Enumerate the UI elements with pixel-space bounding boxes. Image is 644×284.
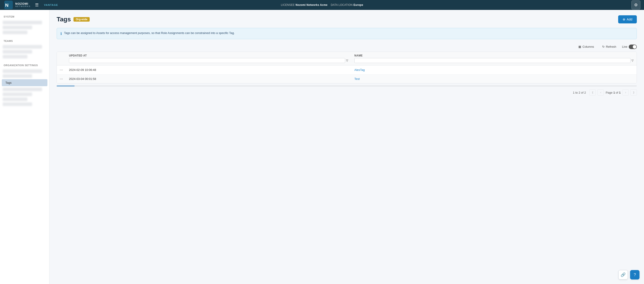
licensee-value: Nozomi Networks Acme	[296, 3, 328, 7]
sidebar-blurred-2	[3, 26, 32, 29]
logo: N	[4, 0, 14, 10]
page-header: Tags Org-wide ⊕ Add	[57, 15, 637, 23]
next-page-button[interactable]: ›	[622, 89, 629, 96]
row-1-name: AlesTag	[351, 65, 636, 74]
columns-button[interactable]: ▦ Columns	[576, 44, 596, 50]
topbar-right: ⚙	[632, 1, 640, 10]
link-icon: 🔗	[621, 272, 626, 277]
sidebar-blurred-11	[3, 97, 28, 101]
columns-icon: ▦	[578, 45, 581, 48]
add-label: Add	[627, 18, 632, 21]
settings-button[interactable]: ⚙	[632, 1, 640, 10]
sidebar-blurred-9	[3, 88, 42, 91]
page-title-area: Tags Org-wide	[57, 16, 90, 23]
info-text: Tags can be assigned to Assets for acces…	[64, 31, 234, 35]
row-2-name: Test	[351, 74, 636, 83]
scroll-thumb[interactable]	[57, 85, 74, 87]
licensee-label: LICENSEE	[281, 3, 295, 7]
dot-5	[61, 79, 62, 79]
main-layout: System Teams Organization settings Tags	[0, 10, 644, 284]
brand-subtitle: NETWORKS	[15, 6, 30, 8]
th-name-label: Name	[354, 54, 634, 57]
refresh-button[interactable]: ↻ Refresh	[600, 44, 618, 50]
topbar-left: N NOZOMI NETWORKS ☰ VANTAGE	[4, 0, 58, 10]
live-label: Live	[622, 45, 627, 48]
scroll-track[interactable]	[57, 85, 637, 87]
sidebar: System Teams Organization settings Tags	[0, 10, 50, 284]
last-page-button[interactable]: ⟫	[630, 89, 637, 96]
refresh-icon: ↻	[602, 45, 605, 48]
sidebar-item-tags-label: Tags	[6, 81, 12, 84]
info-banner: ℹ Tags can be assigned to Assets for acc…	[57, 28, 637, 39]
row-1-updated-at: 2024-02-09 10:06:48	[66, 65, 351, 74]
page-label-text: Page 1 of 1	[606, 91, 621, 94]
help-button[interactable]: ?	[630, 270, 640, 279]
menu-toggle-button[interactable]: ☰	[34, 2, 40, 8]
sidebar-blurred-12	[3, 102, 32, 106]
filter-name-icon[interactable]: ▽	[632, 59, 634, 62]
columns-label: Columns	[582, 45, 594, 48]
row-2-actions[interactable]	[57, 76, 66, 82]
logo-area: N NOZOMI NETWORKS	[4, 0, 30, 10]
sidebar-item-tags[interactable]: Tags	[2, 79, 48, 86]
dot-3	[62, 70, 63, 70]
data-location-value: Europe	[354, 3, 363, 7]
first-page-button[interactable]: ⟪	[590, 89, 596, 96]
add-button[interactable]: ⊕ Add	[618, 15, 637, 23]
row-1-name-link[interactable]: AlesTag	[354, 68, 365, 72]
data-location-label: DATA LOCATION	[331, 3, 352, 7]
org-wide-badge: Org-wide	[74, 17, 90, 22]
row-2-updated-at: 2024-03-04 00:01:58	[66, 74, 351, 83]
dot-1	[60, 70, 60, 70]
topbar-center-info: LICENSEE Nozomi Networks Acme DATA LOCAT…	[281, 3, 363, 7]
pagination: 1 to 2 of 2 ⟪ ‹ Page 1 of 1 › ⟫	[57, 89, 637, 96]
topbar: N NOZOMI NETWORKS ☰ VANTAGE LICENSEE Noz…	[0, 0, 644, 10]
data-table: Updated at ▽ Name ▽	[57, 52, 637, 83]
table-row: 2024-02-09 10:06:48 AlesTag	[57, 65, 636, 74]
live-toggle[interactable]: Live	[622, 45, 637, 49]
floating-buttons: 🔗 ?	[618, 270, 640, 279]
live-toggle-switch[interactable]	[629, 45, 637, 49]
refresh-label: Refresh	[606, 45, 616, 48]
th-actions	[57, 52, 66, 65]
info-icon: ℹ	[60, 32, 62, 36]
sidebar-blurred-5	[3, 50, 32, 54]
filter-updated-at-icon[interactable]: ▽	[346, 59, 348, 62]
sidebar-system-group: System	[0, 14, 49, 34]
main-content: Tags Org-wide ⊕ Add ℹ Tags can be assign…	[50, 10, 644, 284]
prev-page-button[interactable]: ‹	[598, 89, 604, 96]
sidebar-teams-title: Teams	[0, 38, 49, 44]
help-icon: ?	[634, 272, 636, 277]
sidebar-org-title: Organization settings	[0, 62, 49, 68]
sidebar-teams-group: Teams	[0, 38, 49, 59]
svg-text:N: N	[5, 3, 8, 8]
table-toolbar: ▦ Columns ↻ Refresh Live	[57, 44, 637, 50]
sidebar-blurred-4	[3, 45, 42, 49]
toggle-knob	[633, 45, 636, 49]
sidebar-blurred-6	[3, 55, 28, 59]
th-updated-at: Updated at ▽	[66, 52, 351, 65]
pagination-range: 1 to 2 of 2	[573, 91, 586, 94]
sidebar-blurred-10	[3, 92, 32, 96]
table-header: Updated at ▽ Name ▽	[57, 52, 636, 65]
dot-2	[61, 70, 62, 70]
sidebar-blurred-7	[3, 69, 42, 73]
filter-name[interactable]	[354, 58, 630, 63]
dot-4	[60, 79, 60, 79]
th-updated-at-label: Updated at	[69, 54, 348, 57]
sidebar-org-group: Organization settings Tags	[0, 62, 49, 106]
add-icon: ⊕	[623, 18, 625, 21]
sidebar-blurred-3	[3, 31, 28, 34]
row-1-actions[interactable]	[57, 67, 66, 73]
table-row: 2024-03-04 00:01:58 Test	[57, 74, 636, 83]
page-title: Tags	[57, 16, 71, 23]
sidebar-blurred-8	[3, 74, 32, 78]
sidebar-blurred-1	[3, 21, 42, 24]
sidebar-system-title: System	[0, 14, 49, 19]
vantage-label: VANTAGE	[44, 4, 58, 6]
filter-updated-at[interactable]	[69, 58, 345, 63]
row-2-name-link[interactable]: Test	[354, 77, 360, 81]
link-button[interactable]: 🔗	[618, 270, 628, 279]
th-name: Name ▽	[351, 52, 636, 65]
brand-name: NOZOMI	[15, 2, 30, 6]
